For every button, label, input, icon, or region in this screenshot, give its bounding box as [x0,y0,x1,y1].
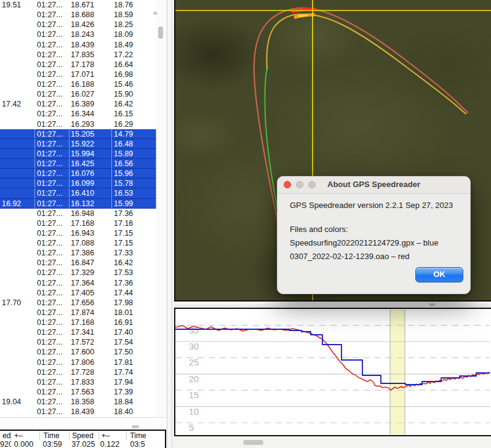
table-cell: 01:27... [35,70,70,79]
table-cell: 16.425 [70,159,112,169]
table-row[interactable]: 17.4201:27...16.38916.42 [0,99,156,109]
table-row[interactable]: 01:27...16.42516.56 [0,159,156,169]
table-cell: 14.79 [112,129,156,139]
table-row[interactable]: 01:27...18.68818.59 [0,10,156,20]
table-row[interactable]: 01:27...17.57217.54 [0,337,156,347]
table-cell: 01:27... [35,258,70,268]
table-cell [0,308,35,318]
table-row[interactable]: 01:27...15.92216.48 [0,139,156,149]
table-row[interactable]: 01:27...16.94817.36 [0,209,156,218]
table-cell [0,268,35,278]
ok-button[interactable]: OK [415,267,463,282]
table-cell: 16.410 [70,188,112,198]
summary-value-cell: 37.025 [70,440,99,448]
table-row[interactable]: 01:27...17.17816.64 [0,60,156,70]
table-cell [0,358,35,367]
table-cell: 15.205 [70,129,112,139]
chart-horizontal-scrollbar-thumb[interactable] [243,440,263,445]
table-cell: 01:27... [35,79,70,89]
summary-scrollbar-thumb[interactable] [153,12,158,15]
table-row[interactable]: 01:27...16.18815.46 [0,79,156,89]
table-cell [0,258,35,268]
table-row[interactable]: 01:27...17.83317.94 [0,377,156,387]
about-dialog: About GPS Speedreader GPS Speedreader ve… [277,176,471,294]
table-horizontal-scrollbar-thumb[interactable] [132,425,139,428]
table-row[interactable]: 19.0401:27...18.35818.84 [0,397,156,407]
table-row[interactable]: 01:27...16.29316.29 [0,119,156,129]
table-row[interactable]: 01:27...17.08817.15 [0,238,156,248]
table-row[interactable]: 01:27...16.94317.15 [0,228,156,238]
speed-chart[interactable]: 5101520253035 [175,309,490,435]
table-cell: 17.54 [112,337,156,347]
table-cell: 17.835 [70,50,112,60]
table-vertical-scrollbar[interactable] [156,0,166,417]
table-vertical-scrollbar-thumb[interactable] [158,26,163,39]
table-cell: 17.15 [112,228,156,238]
map-chart-splitter[interactable] [174,302,491,308]
table-row[interactable]: 01:27...17.87418.01 [0,308,156,318]
table-row[interactable]: 19.5101:27...18.67118.76 [0,0,156,10]
table-cell: 18.84 [112,397,156,407]
table-row[interactable]: 16.9201:27...16.13215.99 [0,199,156,209]
divider-line [172,0,172,448]
table-row[interactable]: 01:27...17.80617.81 [0,358,156,367]
speed-table-body[interactable]: 19.5101:27...18.67118.7601:27...18.68818… [0,0,156,417]
summary-table: ed+–TimeSpeed+–Time 9200.00003:5937.0250… [0,430,166,448]
table-row[interactable]: 01:27...17.16817.16 [0,218,156,228]
table-row[interactable]: 01:27...17.32917.53 [0,268,156,278]
table-cell [0,89,35,99]
table-cell: 18.49 [112,40,156,50]
table-row[interactable]: 01:27...16.02715.90 [0,89,156,99]
table-row[interactable]: 01:27...16.07615.96 [0,169,156,178]
table-cell: 01:27... [35,109,70,119]
table-cell [0,377,35,387]
series-stepped [175,329,490,385]
chart-horizontal-scrollbar[interactable] [174,436,491,448]
table-row[interactable]: 01:27...16.34416.15 [0,109,156,119]
table-row[interactable]: 01:27...17.56317.39 [0,387,156,397]
table-row[interactable]: 01:27...17.72817.74 [0,367,156,377]
table-row[interactable]: 01:27...18.43918.49 [0,40,156,50]
table-cell [0,318,35,327]
table-cell: 01:27... [35,238,70,248]
table-row[interactable]: 01:27...18.24318.09 [0,30,156,39]
table-row[interactable]: 01:27...17.34117.40 [0,327,156,337]
table-cell: 17.874 [70,308,112,318]
summary-table-row[interactable]: 9200.00003:5937.0250.12203:5 [0,440,165,448]
table-row[interactable]: 01:27...17.16816.91 [0,318,156,327]
table-row[interactable]: 01:27...17.36417.36 [0,278,156,288]
table-horizontal-scrollbar[interactable] [0,418,166,430]
table-cell: 17.50 [112,347,156,357]
dialog-titlebar[interactable]: About GPS Speedreader [277,177,470,194]
table-row[interactable]: 01:27...18.42618.25 [0,20,156,30]
summary-value-cell: 920 [0,440,11,448]
y-tick-label: 20 [189,374,199,384]
table-cell [0,327,35,337]
table-row[interactable]: 01:27...16.41016.53 [0,188,156,198]
table-cell: 17.81 [112,358,156,367]
splitter-handle[interactable] [429,303,435,306]
table-row[interactable]: 01:27...17.60017.50 [0,347,156,357]
table-row[interactable]: 01:27...17.40517.44 [0,288,156,298]
table-row[interactable]: 01:27...16.09915.78 [0,178,156,188]
table-cell: 01:27... [35,10,70,20]
table-cell: 15.90 [112,89,156,99]
table-cell: 16.948 [70,209,112,218]
table-cell: 01:27... [35,178,70,188]
table-row[interactable]: 17.7001:27...17.65617.98 [0,298,156,308]
table-cell: 01:27... [35,209,70,218]
panel-divider [166,0,174,448]
table-cell: 16.132 [70,199,112,209]
table-row[interactable]: 01:27...18.43918.40 [0,407,156,417]
table-row[interactable]: 01:27...17.83517.22 [0,50,156,60]
table-row[interactable]: 01:27...16.84716.42 [0,258,156,268]
table-row[interactable]: 01:27...15.99415.89 [0,149,156,159]
table-row[interactable]: 01:27...15.20514.79 [0,129,156,139]
table-cell: 01:27... [35,318,70,327]
speed-chart-panel[interactable]: 5101520253035 [174,308,491,436]
table-cell: 01:27... [35,50,70,60]
table-row[interactable]: 01:27...17.38617.33 [0,248,156,258]
table-cell: 16.98 [112,70,156,79]
table-row[interactable]: 01:27...17.07116.98 [0,70,156,79]
table-cell: 01:27... [35,129,70,139]
